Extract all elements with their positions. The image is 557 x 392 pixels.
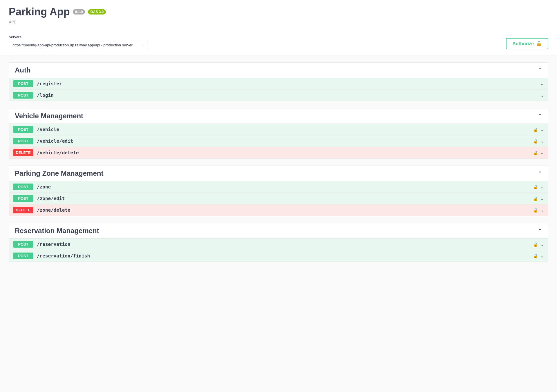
oas-badge: OAS 3.0 bbox=[88, 9, 106, 14]
endpoint-icons: ⌄ bbox=[540, 93, 544, 98]
endpoint-icons: ⌄ bbox=[540, 81, 544, 86]
header: Parking App 0.1.9 OAS 3.0 API bbox=[0, 0, 557, 29]
endpoint-icons: 🔒 ⌄ bbox=[533, 196, 544, 201]
endpoint-post-register[interactable]: POST /register ⌄ bbox=[9, 78, 548, 90]
app-title: Parking App bbox=[9, 6, 70, 18]
endpoint-path: /reservation/finish bbox=[37, 253, 530, 259]
section-vehicle-header[interactable]: Vehicle Management ⌃ bbox=[9, 108, 548, 124]
chevron-down-icon: ⌄ bbox=[540, 196, 544, 201]
chevron-up-icon: ⌃ bbox=[538, 228, 542, 234]
endpoint-post-vehicle[interactable]: POST /vehicle 🔒 ⌄ bbox=[9, 124, 548, 135]
chevron-up-icon: ⌃ bbox=[538, 67, 542, 73]
endpoint-delete-vehicle[interactable]: DELETE /vehicle/delete 🔒 ⌄ bbox=[9, 147, 548, 158]
endpoint-path: /reservation bbox=[37, 242, 530, 247]
endpoint-icons: 🔒 ⌄ bbox=[533, 185, 544, 189]
section-auth-endpoints: POST /register ⌄ POST /login ⌄ bbox=[9, 78, 548, 101]
endpoint-path: /register bbox=[37, 81, 537, 86]
authorize-label: Authorize bbox=[512, 41, 534, 46]
lock-icon: 🔒 bbox=[533, 196, 538, 201]
version-badge: 0.1.9 bbox=[73, 9, 85, 14]
endpoint-path: /vehicle/delete bbox=[37, 150, 530, 155]
chevron-down-icon: ⌄ bbox=[540, 139, 544, 144]
lock-icon: 🔒 bbox=[533, 208, 538, 213]
endpoint-path: /zone bbox=[37, 184, 530, 190]
endpoint-icons: 🔒 ⌄ bbox=[533, 127, 544, 132]
endpoint-icons: 🔒 ⌄ bbox=[533, 150, 544, 155]
server-select-dropdown[interactable]: https://parking-app-api-production.up.ra… bbox=[9, 41, 148, 49]
lock-icon: 🔒 bbox=[533, 185, 538, 189]
section-reservation-title: Reservation Management bbox=[15, 227, 99, 235]
chevron-down-icon: ⌄ bbox=[540, 208, 544, 213]
method-badge-post: POST bbox=[13, 184, 33, 190]
endpoint-post-vehicle-edit[interactable]: POST /vehicle/edit 🔒 ⌄ bbox=[9, 135, 548, 147]
authorize-button[interactable]: Authorize 🔓 bbox=[506, 38, 548, 49]
endpoint-post-reservation-finish[interactable]: POST /reservation/finish 🔒 ⌄ bbox=[9, 250, 548, 262]
lock-icon: 🔒 bbox=[533, 139, 538, 144]
lock-icon: 🔒 bbox=[533, 242, 538, 247]
lock-icon: 🔒 bbox=[533, 127, 538, 132]
chevron-down-icon: ⌄ bbox=[540, 185, 544, 189]
endpoint-post-zone[interactable]: POST /zone 🔒 ⌄ bbox=[9, 181, 548, 193]
method-badge-post: POST bbox=[13, 138, 33, 144]
section-parking-zone-title: Parking Zone Management bbox=[15, 169, 103, 177]
method-badge-post: POST bbox=[13, 253, 33, 259]
section-reservation-header[interactable]: Reservation Management ⌃ bbox=[9, 223, 548, 239]
section-reservation-management: Reservation Management ⌃ POST /reservati… bbox=[9, 223, 548, 262]
section-parking-zone-header[interactable]: Parking Zone Management ⌃ bbox=[9, 166, 548, 181]
endpoint-icons: 🔒 ⌄ bbox=[533, 139, 544, 144]
section-parking-zone-management: Parking Zone Management ⌃ POST /zone 🔒 ⌄… bbox=[9, 166, 548, 216]
endpoint-icons: 🔒 ⌄ bbox=[533, 254, 544, 258]
method-badge-post: POST bbox=[13, 195, 33, 202]
method-badge-post: POST bbox=[13, 241, 33, 248]
method-badge-post: POST bbox=[13, 80, 33, 87]
method-badge-delete: DELETE bbox=[13, 207, 33, 213]
section-reservation-endpoints: POST /reservation 🔒 ⌄ POST /reservation/… bbox=[9, 239, 548, 262]
chevron-down-icon: ⌄ bbox=[540, 254, 544, 258]
section-vehicle-endpoints: POST /vehicle 🔒 ⌄ POST /vehicle/edit 🔒 ⌄… bbox=[9, 124, 548, 159]
servers-label: Servers bbox=[9, 35, 148, 39]
lock-icon: 🔒 bbox=[533, 254, 538, 258]
endpoint-delete-zone[interactable]: DELETE /zone/delete 🔒 ⌄ bbox=[9, 204, 548, 216]
section-auth-header[interactable]: Auth ⌃ bbox=[9, 62, 548, 78]
chevron-down-icon: ⌄ bbox=[540, 93, 544, 98]
section-parking-zone-endpoints: POST /zone 🔒 ⌄ POST /zone/edit 🔒 ⌄ DELET… bbox=[9, 181, 548, 216]
lock-icon: 🔓 bbox=[536, 41, 542, 46]
endpoint-path: /vehicle/edit bbox=[37, 138, 530, 144]
endpoint-path: /zone/delete bbox=[37, 207, 530, 213]
chevron-down-icon: ⌄ bbox=[540, 242, 544, 247]
endpoint-path: /vehicle bbox=[37, 127, 530, 132]
section-vehicle-management: Vehicle Management ⌃ POST /vehicle 🔒 ⌄ P… bbox=[9, 108, 548, 159]
servers-section: Servers https://parking-app-api-producti… bbox=[9, 35, 148, 49]
chevron-up-icon: ⌃ bbox=[538, 113, 542, 119]
lock-icon: 🔒 bbox=[533, 150, 538, 155]
server-select-value: https://parking-app-api-production.up.ra… bbox=[12, 43, 139, 47]
endpoint-icons: 🔒 ⌄ bbox=[533, 208, 544, 213]
method-badge-delete: DELETE bbox=[13, 149, 33, 156]
servers-authorize-bar: Servers https://parking-app-api-producti… bbox=[0, 29, 557, 55]
method-badge-post: POST bbox=[13, 126, 33, 133]
chevron-down-icon: ⌄ bbox=[540, 81, 544, 86]
endpoint-post-login[interactable]: POST /login ⌄ bbox=[9, 90, 548, 101]
divider bbox=[0, 55, 557, 55]
section-auth-title: Auth bbox=[15, 66, 31, 74]
endpoint-post-reservation[interactable]: POST /reservation 🔒 ⌄ bbox=[9, 239, 548, 250]
method-badge-post: POST bbox=[13, 92, 33, 99]
chevron-down-icon: ⌄ bbox=[141, 43, 144, 47]
endpoint-path: /zone/edit bbox=[37, 196, 530, 201]
endpoint-post-zone-edit[interactable]: POST /zone/edit 🔒 ⌄ bbox=[9, 193, 548, 204]
endpoint-icons: 🔒 ⌄ bbox=[533, 242, 544, 247]
chevron-down-icon: ⌄ bbox=[540, 127, 544, 132]
section-vehicle-title: Vehicle Management bbox=[15, 112, 83, 120]
endpoint-path: /login bbox=[37, 92, 537, 98]
chevron-up-icon: ⌃ bbox=[538, 170, 542, 177]
main-content: Auth ⌃ POST /register ⌄ POST /login ⌄ Ve… bbox=[0, 62, 557, 271]
chevron-down-icon: ⌄ bbox=[540, 150, 544, 155]
section-auth: Auth ⌃ POST /register ⌄ POST /login ⌄ bbox=[9, 62, 548, 101]
app-subtitle: API bbox=[9, 20, 548, 24]
